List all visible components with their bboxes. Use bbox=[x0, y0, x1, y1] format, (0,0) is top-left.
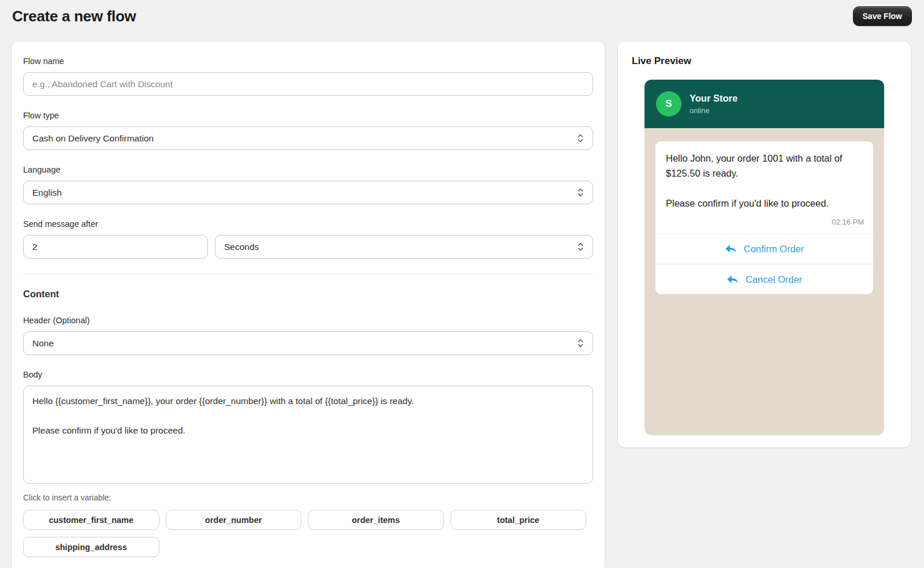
chevron-updown-icon bbox=[577, 133, 584, 143]
live-preview-card: Live Preview S Your Store online Hello J… bbox=[618, 42, 911, 447]
language-select[interactable]: English bbox=[23, 181, 593, 204]
chevron-updown-icon bbox=[577, 188, 584, 197]
live-preview-heading: Live Preview bbox=[632, 55, 897, 67]
variables-hint: Click to insert a variable: bbox=[23, 493, 593, 502]
body-field: Body Hello {{customer_first_name}}, your… bbox=[23, 370, 593, 484]
save-flow-button[interactable]: Save Flow bbox=[853, 6, 912, 26]
body-label: Body bbox=[23, 370, 593, 379]
send-after-label: Send message after bbox=[23, 219, 593, 229]
message-timestamp: 02:16 PM bbox=[655, 218, 873, 233]
variable-button-order-number[interactable]: order_number bbox=[166, 510, 302, 530]
send-after-field: Send message after Seconds bbox=[23, 219, 593, 259]
flow-name-input[interactable] bbox=[23, 72, 593, 96]
cancel-order-button[interactable]: Cancel Order bbox=[655, 264, 873, 294]
chevron-updown-icon bbox=[577, 338, 584, 348]
variable-button-total-price[interactable]: total_price bbox=[450, 510, 587, 530]
topbar: Create a new flow Save Flow bbox=[0, 0, 924, 28]
header-field: Header (Optional) None bbox=[23, 316, 593, 355]
flow-form-card: Flow name Flow type Cash on Delivery Con… bbox=[12, 42, 605, 568]
store-avatar: S bbox=[656, 91, 681, 117]
message-line-2: Please confirm if you'd like to proceed. bbox=[666, 196, 863, 211]
flow-name-field: Flow name bbox=[23, 57, 593, 96]
variable-button-order-items[interactable]: order_items bbox=[308, 510, 444, 530]
section-divider bbox=[23, 274, 593, 274]
header-label: Header (Optional) bbox=[23, 316, 593, 325]
content-section-heading: Content bbox=[23, 289, 593, 300]
message-text: Hello John, your order 1001 with a total… bbox=[655, 141, 873, 218]
main-content: Flow name Flow type Cash on Delivery Con… bbox=[0, 28, 924, 568]
header-value: None bbox=[32, 338, 54, 349]
language-label: Language bbox=[23, 165, 593, 174]
whatsapp-preview: S Your Store online Hello John, your ord… bbox=[644, 80, 884, 435]
send-after-unit-value: Seconds bbox=[224, 242, 259, 252]
flow-type-field: Flow type Cash on Delivery Confirmation bbox=[23, 111, 593, 150]
message-line-1: Hello John, your order 1001 with a total… bbox=[666, 151, 863, 181]
online-status: online bbox=[690, 106, 737, 115]
flow-type-value: Cash on Delivery Confirmation bbox=[32, 133, 154, 144]
language-field: Language English bbox=[23, 165, 593, 204]
reply-arrow-icon bbox=[725, 244, 737, 254]
send-after-amount-input[interactable] bbox=[23, 235, 208, 259]
confirm-order-button[interactable]: Confirm Order bbox=[655, 233, 873, 264]
flow-name-label: Flow name bbox=[23, 57, 593, 66]
send-after-unit-select[interactable]: Seconds bbox=[215, 235, 593, 259]
whatsapp-chat-header: S Your Store online bbox=[644, 80, 884, 128]
language-value: English bbox=[32, 188, 62, 198]
page-title: Create a new flow bbox=[12, 8, 136, 25]
confirm-order-label: Confirm Order bbox=[744, 244, 804, 255]
message-bubble: Hello John, your order 1001 with a total… bbox=[655, 141, 873, 294]
reply-arrow-icon bbox=[726, 274, 739, 285]
store-identity: Your Store online bbox=[690, 93, 737, 115]
chat-area: Hello John, your order 1001 with a total… bbox=[644, 128, 884, 435]
variables-list: customer_first_name order_number order_i… bbox=[23, 510, 593, 557]
cancel-order-label: Cancel Order bbox=[746, 274, 802, 285]
store-name: Your Store bbox=[690, 93, 737, 104]
chevron-updown-icon bbox=[577, 242, 584, 252]
variable-button-customer-first-name[interactable]: customer_first_name bbox=[23, 510, 159, 530]
variable-button-shipping-address[interactable]: shipping_address bbox=[23, 537, 159, 557]
flow-type-label: Flow type bbox=[23, 111, 593, 120]
body-textarea[interactable]: Hello {{customer_first_name}}, your orde… bbox=[23, 386, 593, 484]
header-select[interactable]: None bbox=[23, 331, 593, 355]
flow-type-select[interactable]: Cash on Delivery Confirmation bbox=[23, 126, 593, 150]
